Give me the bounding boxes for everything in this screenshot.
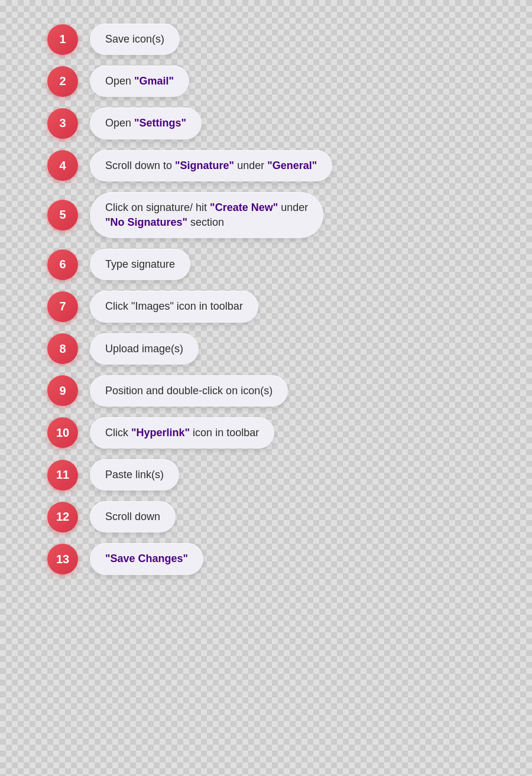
step-bubble: Paste link(s) — [90, 459, 179, 491]
step-row: 5Click on signature/ hit "Create New" un… — [47, 192, 485, 238]
step-number: 12 — [47, 502, 78, 533]
step-bubble: Click on signature/ hit "Create New" und… — [90, 192, 323, 238]
step-row: 11Paste link(s) — [47, 459, 485, 491]
step-row: 12Scroll down — [47, 501, 485, 533]
steps-list: 1Save icon(s)2Open "Gmail"3Open "Setting… — [47, 24, 485, 575]
step-bubble: Scroll down — [90, 501, 176, 533]
step-row: 4Scroll down to "Signature" under "Gener… — [47, 150, 485, 181]
step-row: 6Type signature — [47, 249, 485, 280]
step-number: 8 — [47, 333, 78, 364]
step-row: 7Click "Images" icon in toolbar — [47, 291, 485, 322]
step-bubble: Open "Settings" — [90, 108, 202, 139]
step-bubble: Position and double-click on icon(s) — [90, 375, 288, 407]
step-row: 8Upload image(s) — [47, 333, 485, 365]
step-number: 5 — [47, 200, 78, 230]
step-bubble: "Save Changes" — [90, 543, 203, 574]
step-bubble: Open "Gmail" — [90, 66, 189, 97]
step-number: 3 — [47, 108, 78, 139]
step-number: 6 — [47, 249, 78, 280]
step-row: 10Click "Hyperlink" icon in toolbar — [47, 417, 485, 449]
step-bubble: Type signature — [90, 249, 190, 280]
step-bubble: Save icon(s) — [90, 24, 180, 55]
step-bubble: Scroll down to "Signature" under "Genera… — [90, 150, 332, 181]
step-number: 4 — [47, 150, 78, 181]
step-row: 9Position and double-click on icon(s) — [47, 375, 485, 407]
step-number: 13 — [47, 544, 78, 574]
step-number: 2 — [47, 66, 78, 97]
step-bubble: Upload image(s) — [90, 333, 199, 365]
step-row: 13"Save Changes" — [47, 543, 485, 574]
step-bubble: Click "Images" icon in toolbar — [90, 291, 258, 322]
step-number: 7 — [47, 291, 78, 322]
step-number: 9 — [47, 375, 78, 406]
step-bubble: Click "Hyperlink" icon in toolbar — [90, 417, 274, 449]
step-row: 1Save icon(s) — [47, 24, 485, 55]
step-number: 1 — [47, 24, 78, 55]
step-row: 2Open "Gmail" — [47, 66, 485, 97]
step-row: 3Open "Settings" — [47, 108, 485, 139]
step-number: 11 — [47, 460, 78, 491]
step-number: 10 — [47, 417, 78, 448]
